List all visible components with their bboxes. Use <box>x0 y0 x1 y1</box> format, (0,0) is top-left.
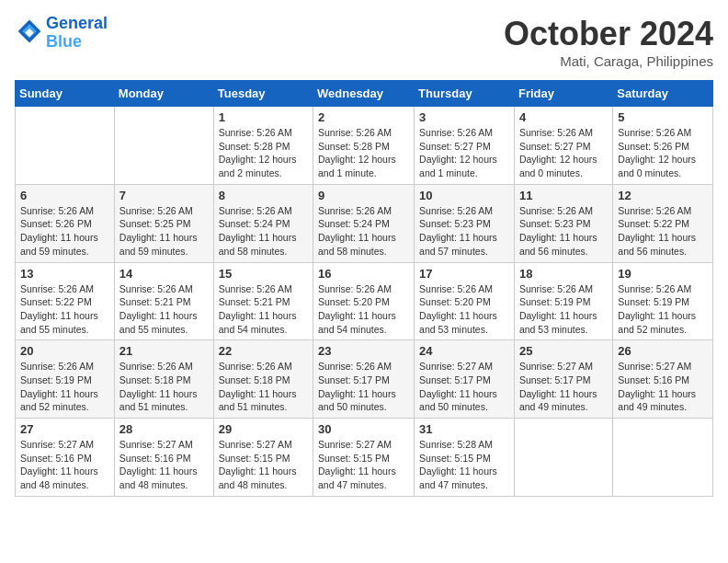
day-info: Sunrise: 5:27 AMSunset: 5:17 PMDaylight:… <box>519 360 608 414</box>
day-cell-2: 1Sunrise: 5:26 AMSunset: 5:28 PMDaylight… <box>213 107 313 185</box>
day-info: Sunrise: 5:26 AMSunset: 5:25 PMDaylight:… <box>119 204 209 259</box>
day-cell-23: 22Sunrise: 5:26 AMSunset: 5:18 PMDayligh… <box>213 340 313 419</box>
day-info: Sunrise: 5:26 AMSunset: 5:26 PMDaylight:… <box>20 204 109 259</box>
day-info: Sunrise: 5:26 AMSunset: 5:20 PMDaylight:… <box>419 282 509 337</box>
day-info: Sunrise: 5:26 AMSunset: 5:19 PMDaylight:… <box>519 282 608 337</box>
calendar-table: SundayMondayTuesdayWednesdayThursdayFrid… <box>15 80 713 497</box>
day-number: 20 <box>20 344 109 358</box>
page-header: General Blue October 2024 Mati, Caraga, … <box>15 15 713 69</box>
day-info: Sunrise: 5:26 AMSunset: 5:21 PMDaylight:… <box>219 282 308 337</box>
day-info: Sunrise: 5:26 AMSunset: 5:22 PMDaylight:… <box>20 282 109 337</box>
day-info: Sunrise: 5:26 AMSunset: 5:23 PMDaylight:… <box>519 204 608 259</box>
column-header-tuesday: Tuesday <box>213 81 313 107</box>
calendar-header-row: SundayMondayTuesdayWednesdayThursdayFrid… <box>16 81 713 107</box>
day-info: Sunrise: 5:27 AMSunset: 5:17 PMDaylight:… <box>419 360 509 414</box>
day-cell-5: 4Sunrise: 5:26 AMSunset: 5:27 PMDaylight… <box>514 107 612 185</box>
column-header-sunday: Sunday <box>16 81 115 107</box>
location: Mati, Caraga, Philippines <box>504 53 713 69</box>
column-header-friday: Friday <box>514 81 612 107</box>
day-cell-13: 12Sunrise: 5:26 AMSunset: 5:22 PMDayligh… <box>613 184 713 262</box>
day-cell-10: 9Sunrise: 5:26 AMSunset: 5:24 PMDaylight… <box>313 184 415 262</box>
day-cell-33 <box>514 419 612 497</box>
logo-line1: General <box>46 15 108 33</box>
day-number: 18 <box>519 267 608 281</box>
day-info: Sunrise: 5:28 AMSunset: 5:15 PMDaylight:… <box>419 438 509 492</box>
day-cell-28: 27Sunrise: 5:27 AMSunset: 5:16 PMDayligh… <box>16 419 115 497</box>
day-number: 30 <box>318 422 409 436</box>
logo-icon <box>17 18 42 44</box>
day-info: Sunrise: 5:26 AMSunset: 5:17 PMDaylight:… <box>318 360 409 414</box>
column-header-saturday: Saturday <box>613 81 713 107</box>
day-cell-24: 23Sunrise: 5:26 AMSunset: 5:17 PMDayligh… <box>313 340 415 419</box>
day-number: 14 <box>119 267 209 281</box>
day-info: Sunrise: 5:26 AMSunset: 5:19 PMDaylight:… <box>618 282 708 337</box>
day-cell-0 <box>16 107 115 185</box>
day-number: 8 <box>219 189 308 202</box>
day-cell-6: 5Sunrise: 5:26 AMSunset: 5:26 PMDaylight… <box>613 107 713 185</box>
day-cell-7: 6Sunrise: 5:26 AMSunset: 5:26 PMDaylight… <box>16 184 115 262</box>
day-number: 26 <box>618 344 708 358</box>
day-cell-34 <box>613 419 713 497</box>
day-number: 7 <box>119 189 209 202</box>
day-cell-12: 11Sunrise: 5:26 AMSunset: 5:23 PMDayligh… <box>514 184 612 262</box>
day-number: 3 <box>419 110 509 124</box>
day-info: Sunrise: 5:26 AMSunset: 5:18 PMDaylight:… <box>119 360 209 414</box>
day-info: Sunrise: 5:26 AMSunset: 5:19 PMDaylight:… <box>20 360 109 414</box>
day-number: 12 <box>618 189 708 202</box>
day-cell-14: 13Sunrise: 5:26 AMSunset: 5:22 PMDayligh… <box>16 262 115 340</box>
day-info: Sunrise: 5:26 AMSunset: 5:24 PMDaylight:… <box>219 204 308 259</box>
day-cell-3: 2Sunrise: 5:26 AMSunset: 5:28 PMDaylight… <box>313 107 415 185</box>
day-number: 17 <box>419 267 509 281</box>
day-number: 21 <box>119 344 209 358</box>
day-cell-4: 3Sunrise: 5:26 AMSunset: 5:27 PMDaylight… <box>415 107 515 185</box>
week-row-3: 13Sunrise: 5:26 AMSunset: 5:22 PMDayligh… <box>16 262 713 340</box>
day-cell-26: 25Sunrise: 5:27 AMSunset: 5:17 PMDayligh… <box>514 340 612 419</box>
day-info: Sunrise: 5:26 AMSunset: 5:23 PMDaylight:… <box>419 204 509 259</box>
day-number: 28 <box>119 422 209 436</box>
day-number: 15 <box>219 267 308 281</box>
day-cell-32: 31Sunrise: 5:28 AMSunset: 5:15 PMDayligh… <box>415 419 515 497</box>
day-number: 25 <box>519 344 608 358</box>
column-header-thursday: Thursday <box>415 81 515 107</box>
day-number: 4 <box>519 110 608 124</box>
day-info: Sunrise: 5:26 AMSunset: 5:18 PMDaylight:… <box>219 360 308 414</box>
day-cell-15: 14Sunrise: 5:26 AMSunset: 5:21 PMDayligh… <box>114 262 213 340</box>
day-cell-8: 7Sunrise: 5:26 AMSunset: 5:25 PMDaylight… <box>114 184 213 262</box>
day-cell-30: 29Sunrise: 5:27 AMSunset: 5:15 PMDayligh… <box>213 419 313 497</box>
day-cell-9: 8Sunrise: 5:26 AMSunset: 5:24 PMDaylight… <box>213 184 313 262</box>
day-cell-31: 30Sunrise: 5:27 AMSunset: 5:15 PMDayligh… <box>313 419 415 497</box>
day-number: 23 <box>318 344 409 358</box>
day-number: 10 <box>419 189 509 202</box>
day-cell-20: 19Sunrise: 5:26 AMSunset: 5:19 PMDayligh… <box>613 262 713 340</box>
day-number: 1 <box>219 110 308 124</box>
day-number: 19 <box>618 267 708 281</box>
day-info: Sunrise: 5:26 AMSunset: 5:24 PMDaylight:… <box>318 204 409 259</box>
logo-line2: Blue <box>46 33 108 52</box>
day-number: 16 <box>318 267 409 281</box>
day-cell-19: 18Sunrise: 5:26 AMSunset: 5:19 PMDayligh… <box>514 262 612 340</box>
day-info: Sunrise: 5:26 AMSunset: 5:27 PMDaylight:… <box>519 126 608 180</box>
day-info: Sunrise: 5:26 AMSunset: 5:26 PMDaylight:… <box>618 126 708 180</box>
day-info: Sunrise: 5:26 AMSunset: 5:28 PMDaylight:… <box>318 126 409 180</box>
title-block: October 2024 Mati, Caraga, Philippines <box>504 15 713 69</box>
day-cell-21: 20Sunrise: 5:26 AMSunset: 5:19 PMDayligh… <box>16 340 115 419</box>
day-cell-22: 21Sunrise: 5:26 AMSunset: 5:18 PMDayligh… <box>114 340 213 419</box>
day-number: 27 <box>20 422 109 436</box>
column-header-monday: Monday <box>114 81 213 107</box>
day-cell-18: 17Sunrise: 5:26 AMSunset: 5:20 PMDayligh… <box>415 262 515 340</box>
column-header-wednesday: Wednesday <box>313 81 415 107</box>
day-info: Sunrise: 5:27 AMSunset: 5:15 PMDaylight:… <box>219 438 308 492</box>
day-number: 22 <box>219 344 308 358</box>
day-number: 11 <box>519 189 608 202</box>
week-row-2: 6Sunrise: 5:26 AMSunset: 5:26 PMDaylight… <box>16 184 713 262</box>
day-info: Sunrise: 5:26 AMSunset: 5:21 PMDaylight:… <box>119 282 209 337</box>
day-info: Sunrise: 5:26 AMSunset: 5:20 PMDaylight:… <box>318 282 409 337</box>
day-cell-1 <box>114 107 213 185</box>
day-cell-27: 26Sunrise: 5:27 AMSunset: 5:16 PMDayligh… <box>613 340 713 419</box>
day-number: 29 <box>219 422 308 436</box>
day-info: Sunrise: 5:27 AMSunset: 5:16 PMDaylight:… <box>20 438 109 492</box>
month-title: October 2024 <box>504 15 713 53</box>
day-number: 13 <box>20 267 109 281</box>
day-cell-17: 16Sunrise: 5:26 AMSunset: 5:20 PMDayligh… <box>313 262 415 340</box>
calendar-body: 1Sunrise: 5:26 AMSunset: 5:28 PMDaylight… <box>16 107 713 497</box>
